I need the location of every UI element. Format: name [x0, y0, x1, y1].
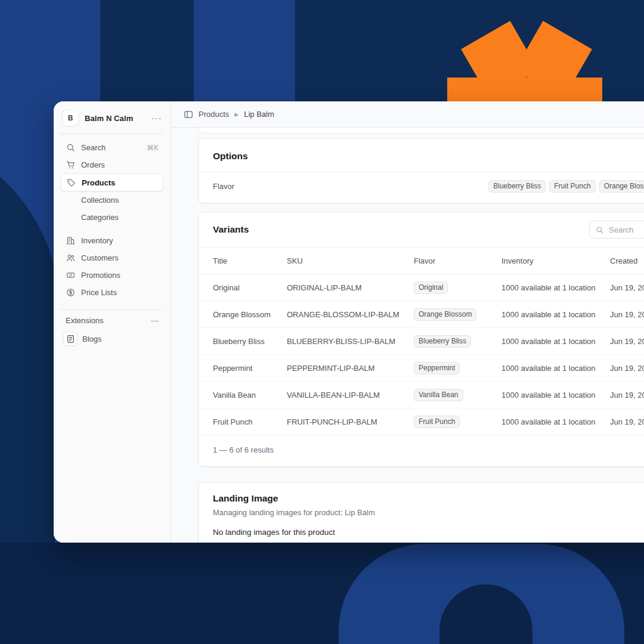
sidebar-item-search[interactable]: Search⌘K	[61, 139, 163, 156]
sidebar-item-inventory[interactable]: Inventory	[61, 232, 163, 249]
brand-crown-shape	[417, 0, 644, 101]
search-icon	[66, 143, 75, 152]
extensions-list: Blogs	[61, 330, 163, 348]
sidebar-item-label: Promotions	[81, 271, 120, 280]
sidebar-item-label: Search	[81, 143, 106, 152]
variant-row-orange-blossom[interactable]: Orange BlossomORANGE-BLOSSOM-LIP-BALMOra…	[199, 301, 644, 328]
sidebar-toggle-icon[interactable]	[184, 110, 193, 119]
extensions-collapse-icon[interactable]: —	[151, 316, 159, 325]
workspace-switcher[interactable]: B Balm N Calm ···	[61, 109, 163, 128]
price-lists-icon	[66, 288, 75, 297]
sidebar-divider	[61, 134, 163, 134]
variant-flavor: Orange Blossom	[414, 301, 501, 328]
extensions-label: Extensions	[66, 316, 104, 325]
variant-row-peppermint[interactable]: PeppermintPEPPERMINT-LIP-BALMPeppermint1…	[199, 355, 644, 382]
variant-title: Peppermint	[199, 355, 287, 382]
variant-row-vanilla-bean[interactable]: Vanilla BeanVANILLA-BEAN-LIP-BALMVanilla…	[199, 382, 644, 408]
admin-window: B Balm N Calm ··· Search⌘KOrdersProducts…	[54, 101, 644, 543]
options-card: Options Flavor Blueberry BlissFruit Punc…	[198, 138, 644, 203]
sidebar-item-products[interactable]: Products	[61, 174, 163, 191]
landing-card-title: Landing Image	[213, 493, 644, 504]
column-header-flavor: Flavor	[414, 247, 501, 274]
column-header-sku: SKU	[287, 247, 414, 274]
variant-sku: VANILLA-BEAN-LIP-BALM	[287, 382, 414, 408]
breadcrumb: Products▶Lip Balm	[199, 110, 274, 119]
option-value-chip: Blueberry Bliss	[488, 180, 546, 193]
variant-created: Jun 19, 2025	[610, 355, 644, 382]
variant-sku: FRUIT-PUNCH-LIP-BALM	[287, 408, 414, 435]
sidebar-item-collections[interactable]: Collections	[61, 191, 163, 209]
breadcrumb-item-lip-balm[interactable]: Lip Balm	[244, 110, 274, 119]
variant-created: Jun 19, 2025	[610, 382, 644, 408]
column-header-created: Created	[610, 247, 644, 274]
breadcrumb-bar: Products▶Lip Balm	[171, 101, 644, 128]
option-row-flavor: Flavor Blueberry BlissFruit PunchOrange …	[199, 171, 644, 203]
variant-flavor: Blueberry Bliss	[414, 328, 501, 355]
breadcrumb-item-products[interactable]: Products	[199, 110, 229, 119]
workspace-avatar: B	[62, 110, 79, 126]
option-value-chip: Orange Blossom	[599, 180, 644, 193]
variant-inventory: 1000 available at 1 location	[501, 408, 610, 435]
sidebar-item-blogs[interactable]: Blogs	[61, 330, 163, 348]
sidebar-item-customers[interactable]: Customers	[61, 249, 163, 267]
variant-title: Fruit Punch	[199, 408, 287, 435]
variant-flavor: Peppermint	[414, 355, 501, 382]
variant-title: Original	[199, 274, 287, 301]
flavor-chip: Peppermint	[414, 362, 460, 374]
variant-sku: BLUEBERRY-BLISS-LIP-BALM	[287, 328, 414, 355]
landing-card-subtitle: Managing landing images for product: Lip…	[213, 508, 644, 517]
variant-row-original[interactable]: OriginalORIGINAL-LIP-BALMOriginal1000 av…	[199, 274, 644, 301]
sidebar-nav: Search⌘KOrdersProductsCollectionsCategor…	[61, 139, 163, 301]
sidebar-item-label: Orders	[81, 160, 105, 169]
nav-spacer	[61, 226, 163, 232]
workspace-menu-icon[interactable]: ···	[152, 114, 163, 123]
sidebar-item-price-lists[interactable]: Price Lists	[61, 284, 163, 301]
search-icon	[596, 226, 603, 234]
screenshot-canvas: B Balm N Calm ··· Search⌘KOrdersProducts…	[0, 0, 644, 644]
variant-inventory: 1000 available at 1 location	[501, 382, 610, 408]
variant-row-blueberry-bliss[interactable]: Blueberry BlissBLUEBERRY-BLISS-LIP-BALMB…	[199, 328, 644, 355]
sidebar-item-orders[interactable]: Orders	[61, 156, 163, 174]
flavor-chip: Vanilla Bean	[414, 389, 463, 401]
option-value-chip: Fruit Punch	[549, 180, 595, 193]
option-value-chips: Blueberry BlissFruit PunchOrange Blossom	[488, 180, 644, 193]
variant-created: Jun 19, 2025	[610, 274, 644, 301]
variants-table-header: TitleSKUFlavorInventoryCreated	[199, 247, 644, 274]
page-content: Options Flavor Blueberry BlissFruit Punc…	[171, 128, 644, 543]
chevron-right-icon: ▶	[234, 111, 239, 117]
customers-icon	[66, 253, 75, 262]
variant-sku: ORIGINAL-LIP-BALM	[287, 274, 414, 301]
sidebar-item-label: Inventory	[81, 236, 113, 245]
variant-inventory: 1000 available at 1 location	[501, 328, 610, 355]
variants-card-title: Variants	[213, 224, 249, 235]
promotions-icon	[66, 271, 75, 280]
variant-inventory: 1000 available at 1 location	[501, 301, 610, 328]
sidebar-divider	[61, 309, 163, 310]
keyboard-shortcut: ⌘K	[147, 144, 159, 152]
variant-title: Orange Blossom	[199, 301, 287, 328]
sidebar-item-label: Products	[82, 178, 115, 187]
results-count: 1 — 6 of 6 results	[199, 435, 644, 466]
sidebar-item-label: Price Lists	[81, 288, 117, 297]
blogs-icon	[63, 332, 78, 346]
variant-inventory: 1000 available at 1 location	[501, 274, 610, 301]
main-area: Products▶Lip Balm Options Flavor Blueber…	[171, 101, 644, 543]
variants-search-input[interactable]	[608, 225, 644, 235]
variants-table: TitleSKUFlavorInventoryCreated OriginalO…	[199, 247, 644, 435]
variants-search-box[interactable]	[589, 221, 644, 239]
variants-card: Variants TitleSKUFlavorInventoryCreated	[198, 212, 644, 467]
option-label: Flavor	[213, 182, 234, 191]
sidebar-item-promotions[interactable]: Promotions	[61, 267, 163, 284]
column-header-title: Title	[199, 247, 287, 274]
flavor-chip: Blueberry Bliss	[414, 335, 471, 348]
landing-image-card: Landing Image Managing landing images fo…	[198, 482, 644, 543]
flavor-chip: Orange Blossom	[414, 308, 476, 321]
sidebar-item-categories[interactable]: Categories	[61, 209, 163, 226]
sidebar-item-label: Categories	[81, 213, 119, 222]
products-icon	[66, 178, 76, 187]
workspace-name: Balm N Calm	[85, 114, 146, 123]
variant-sku: PEPPERMINT-LIP-BALM	[287, 355, 414, 382]
sidebar-item-label: Customers	[81, 253, 119, 262]
column-header-inventory: Inventory	[501, 247, 610, 274]
variant-row-fruit-punch[interactable]: Fruit PunchFRUIT-PUNCH-LIP-BALMFruit Pun…	[199, 408, 644, 435]
